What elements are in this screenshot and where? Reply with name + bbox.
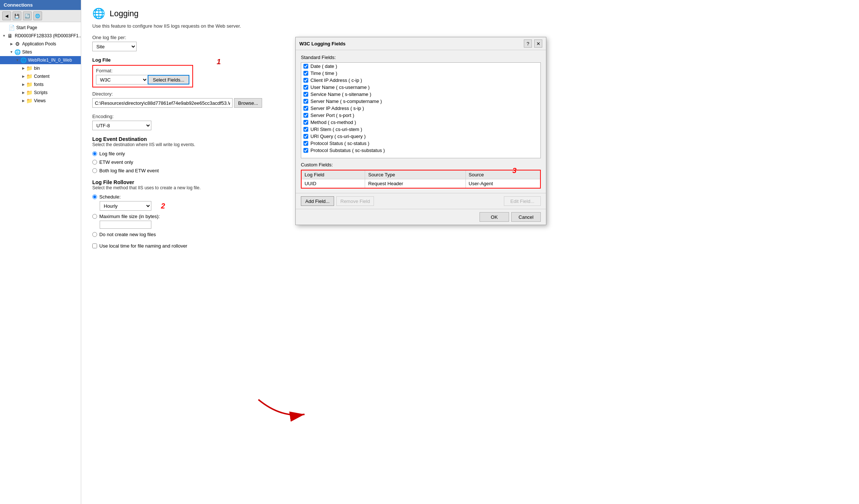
- field-checkbox[interactable]: [303, 134, 308, 139]
- field-checkbox[interactable]: [303, 78, 308, 83]
- field-item[interactable]: Protocol Status ( sc-status ): [301, 140, 540, 147]
- field-checkbox[interactable]: [303, 120, 308, 125]
- field-item[interactable]: Date ( date ): [301, 63, 540, 70]
- radio-do-not-create-input[interactable]: [92, 232, 97, 237]
- field-item[interactable]: Server IP Address ( s-ip ): [301, 105, 540, 112]
- sidebar-item-bin[interactable]: ▶ 📁 bin: [0, 64, 81, 72]
- fields-listbox[interactable]: Date ( date )Time ( time )Client IP Addr…: [301, 62, 541, 158]
- field-item[interactable]: Client IP Address ( c-ip ): [301, 77, 540, 84]
- dialog-help-button[interactable]: ?: [524, 39, 532, 48]
- dialog-title: W3C Logging Fields: [299, 41, 346, 46]
- field-checkbox[interactable]: [303, 64, 308, 69]
- logging-icon: 🌐: [92, 7, 105, 20]
- field-label: Service Name ( s-sitename ): [310, 92, 371, 97]
- radio-etw-input[interactable]: [92, 160, 97, 165]
- field-checkbox[interactable]: [303, 92, 308, 97]
- field-checkbox[interactable]: [303, 113, 308, 118]
- field-checkbox[interactable]: [303, 141, 308, 146]
- sidebar-item-start-page[interactable]: 📄 Start Page: [0, 24, 81, 32]
- field-item[interactable]: Time ( time ): [301, 70, 540, 77]
- edit-field-button[interactable]: Edit Field...: [504, 196, 541, 206]
- local-time-checkbox-input[interactable]: [92, 244, 97, 248]
- select-fields-button[interactable]: Select Fields...: [148, 75, 189, 84]
- format-select[interactable]: W3C IIS NCSA Custom: [96, 75, 148, 84]
- field-checkbox[interactable]: [303, 148, 308, 153]
- field-item[interactable]: Protocol Substatus ( sc-substatus ): [301, 147, 540, 154]
- ok-button[interactable]: OK: [480, 212, 509, 222]
- field-checkbox[interactable]: [303, 106, 308, 111]
- radio-log-file-input[interactable]: [92, 151, 97, 156]
- col-source-type: Source Type: [365, 170, 465, 179]
- field-checkbox[interactable]: [303, 85, 308, 90]
- dialog-body: Standard Fields: Date ( date )Time ( tim…: [296, 50, 546, 193]
- std-fields-label: Standard Fields:: [301, 55, 541, 60]
- sidebar: Connections ◀ 💾 🔄 🌐 📄 Start Page ▼ 🖥 RD0…: [0, 0, 81, 504]
- radio-do-not-create-label: Do not create new log files: [99, 232, 156, 237]
- sidebar-item-scripts[interactable]: ▶ 📁 Scripts: [0, 89, 81, 97]
- fonts-icon: 📁: [26, 81, 32, 88]
- local-time-label: Use local time for file naming and rollo…: [99, 243, 187, 249]
- col-log-field: Log Field: [301, 170, 365, 179]
- field-checkbox[interactable]: [303, 99, 308, 104]
- sidebar-label-webrole: WebRole1_IN_0_Web: [28, 58, 72, 63]
- custom-fields-label: Custom Fields:: [301, 162, 541, 168]
- field-item[interactable]: Server Name ( s-computername ): [301, 98, 540, 105]
- field-checkbox[interactable]: [303, 127, 308, 132]
- sidebar-label-views: Views: [34, 98, 46, 103]
- field-label: URI Query ( cs-uri-query ): [310, 134, 366, 139]
- custom-fields-table: Log Field Source Type Source UUIDRequest…: [301, 170, 541, 189]
- field-item[interactable]: URI Stem ( cs-uri-stem ): [301, 126, 540, 133]
- sidebar-item-app-pools[interactable]: ▶ ⚙ Application Pools: [0, 40, 81, 48]
- field-label: Server Port ( s-port ): [310, 113, 354, 118]
- refresh-btn[interactable]: 🔄: [23, 11, 32, 20]
- radio-schedule-input[interactable]: [92, 194, 97, 199]
- server-icon: 🖥: [7, 32, 13, 39]
- expand-icon-app-pools: ▶: [9, 41, 14, 46]
- dialog-close-button[interactable]: ✕: [534, 39, 542, 48]
- local-time-checkbox[interactable]: Use local time for file naming and rollo…: [92, 243, 848, 249]
- encoding-select[interactable]: UTF-8 ANSI: [92, 121, 151, 130]
- step2-marker: 2: [161, 202, 165, 210]
- radio-max-size-label: Maximum file size (in bytes):: [99, 214, 160, 219]
- cancel-button[interactable]: Cancel: [511, 212, 541, 222]
- expand-icon-views: ▶: [21, 98, 26, 103]
- field-item[interactable]: Service Name ( s-sitename ): [301, 91, 540, 98]
- field-item[interactable]: Method ( cs-method ): [301, 119, 540, 126]
- schedule-select[interactable]: Hourly Daily Weekly Monthly: [100, 201, 151, 211]
- bin-icon: 📁: [26, 65, 32, 72]
- dialog-titlebar: W3C Logging Fields ? ✕: [296, 37, 546, 50]
- custom-table-row[interactable]: UUIDRequest HeaderUser-Agent: [301, 179, 540, 189]
- one-log-file-select[interactable]: Site: [92, 42, 137, 51]
- browse-button[interactable]: Browse...: [234, 98, 262, 108]
- sidebar-item-views[interactable]: ▶ 📁 Views: [0, 97, 81, 105]
- directory-input[interactable]: C:\Resources\directory\c88d77861ef74e9ab…: [92, 98, 233, 108]
- sidebar-item-fonts[interactable]: ▶ 📁 fonts: [0, 80, 81, 89]
- sidebar-label-scripts: Scripts: [34, 90, 48, 95]
- add-field-button[interactable]: Add Field...: [301, 196, 334, 206]
- remove-field-button[interactable]: Remove Field: [336, 196, 374, 206]
- field-item[interactable]: User Name ( cs-username ): [301, 84, 540, 91]
- max-size-input[interactable]: [100, 221, 151, 229]
- back-btn[interactable]: ◀: [2, 11, 11, 20]
- radio-max-size-input[interactable]: [92, 214, 97, 219]
- sidebar-item-webrole[interactable]: ▼ 🌐 WebRole1_IN_0_Web: [0, 56, 81, 64]
- field-label: URI Stem ( cs-uri-stem ): [310, 127, 362, 132]
- field-item[interactable]: Server Port ( s-port ): [301, 112, 540, 119]
- sidebar-item-content[interactable]: ▶ 📁 Content: [0, 72, 81, 80]
- connect-btn[interactable]: 🌐: [33, 11, 42, 20]
- custom-table-header-row: Log Field Source Type Source: [301, 170, 540, 179]
- field-checkbox[interactable]: [303, 71, 308, 76]
- expand-icon-webrole: ▼: [15, 58, 20, 63]
- step1-marker: 1: [217, 58, 221, 66]
- field-label: Time ( time ): [310, 70, 337, 76]
- save-btn[interactable]: 💾: [13, 11, 21, 20]
- radio-do-not-create[interactable]: Do not create new log files: [92, 232, 848, 237]
- field-item[interactable]: URI Query ( cs-uri-query ): [301, 133, 540, 140]
- radio-both-input[interactable]: [92, 168, 97, 173]
- sites-icon: 🌐: [14, 49, 21, 55]
- sidebar-label-server: RD0003FF12B333 (RD0003FF1...: [15, 33, 81, 38]
- expand-icon-sites: ▼: [9, 49, 14, 55]
- sidebar-item-server[interactable]: ▼ 🖥 RD0003FF12B333 (RD0003FF1...: [0, 32, 81, 40]
- field-label: Date ( date ): [310, 63, 337, 69]
- sidebar-item-sites[interactable]: ▼ 🌐 Sites: [0, 48, 81, 56]
